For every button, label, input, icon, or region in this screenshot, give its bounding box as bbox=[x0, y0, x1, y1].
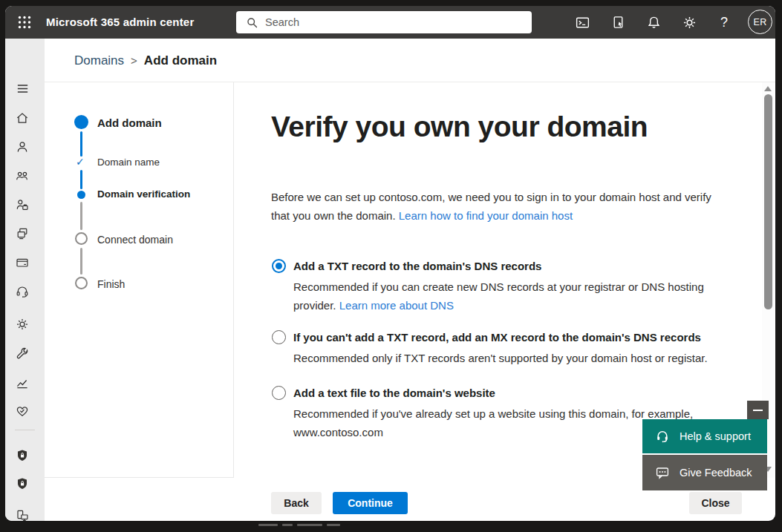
breadcrumb-current: Add domain bbox=[144, 53, 217, 68]
find-domain-host-link[interactable]: Learn how to find your domain host bbox=[399, 209, 573, 222]
learn-more-dns-link[interactable]: Learn more about DNS bbox=[339, 299, 454, 312]
option-label[interactable]: If you can't add a TXT record, add an MX… bbox=[293, 330, 732, 345]
health-icon[interactable] bbox=[13, 401, 32, 421]
notifications-icon[interactable] bbox=[642, 10, 665, 34]
option-mx-record: If you can't add a TXT record, add an MX… bbox=[272, 330, 732, 367]
scrollbar-thumb[interactable] bbox=[764, 94, 772, 309]
help-icon[interactable]: ? bbox=[712, 10, 736, 34]
security-icon[interactable] bbox=[13, 446, 32, 465]
teams-icon[interactable] bbox=[13, 166, 32, 185]
breadcrumb: Domains > Add domain bbox=[74, 53, 217, 68]
breadcrumb-separator: > bbox=[131, 54, 137, 67]
reports-icon[interactable] bbox=[13, 373, 32, 393]
app-window: Microsoft 365 admin center bbox=[5, 6, 775, 521]
step-label-connect-domain[interactable]: Connect domain bbox=[97, 234, 173, 246]
breadcrumb-domains[interactable]: Domains bbox=[74, 53, 124, 68]
setup-icon[interactable] bbox=[13, 344, 32, 364]
back-button[interactable]: Back bbox=[271, 492, 322, 514]
search-icon bbox=[246, 16, 258, 29]
send-feedback-icon[interactable] bbox=[606, 10, 630, 34]
search-box bbox=[236, 11, 532, 33]
step-label-add-domain[interactable]: Add domain bbox=[97, 116, 162, 129]
continue-button[interactable]: Continue bbox=[333, 492, 408, 514]
avatar-initials: ER bbox=[754, 17, 767, 27]
help-support-button[interactable]: Help & support bbox=[642, 419, 767, 453]
give-feedback-button[interactable]: Give Feedback bbox=[642, 455, 767, 490]
app-launcher-icon[interactable] bbox=[11, 9, 38, 36]
option-txt-record: Add a TXT record to the domain's DNS rec… bbox=[272, 259, 732, 315]
scroll-up-arrow-icon[interactable] bbox=[764, 86, 772, 91]
help-support-label: Help & support bbox=[680, 430, 751, 442]
users-icon[interactable] bbox=[13, 137, 32, 157]
radio-txt-record[interactable] bbox=[272, 259, 286, 273]
home-icon[interactable] bbox=[13, 108, 32, 128]
give-feedback-label: Give Feedback bbox=[680, 467, 752, 479]
account-avatar[interactable]: ER bbox=[748, 10, 772, 34]
step-connector bbox=[80, 248, 82, 275]
intro-text: Before we can set up contoso.com, we nee… bbox=[271, 188, 717, 225]
option-description: Recommended only if TXT records aren't s… bbox=[293, 349, 739, 367]
settings-icon[interactable] bbox=[677, 10, 701, 34]
settings-icon[interactable] bbox=[13, 315, 32, 334]
step-label-domain-verification[interactable]: Domain verification bbox=[97, 188, 190, 200]
option-label[interactable]: Add a TXT record to the domain's DNS rec… bbox=[293, 259, 732, 274]
step-label-finish[interactable]: Finish bbox=[97, 278, 125, 290]
close-button[interactable]: Close bbox=[689, 492, 742, 514]
option-label[interactable]: Add a text file to the domain's website bbox=[293, 386, 732, 401]
wizard-steps-panel: ✓ Add domain Domain name Domain verifica… bbox=[45, 82, 234, 478]
top-app-bar: Microsoft 365 admin center bbox=[5, 6, 775, 39]
roles-icon[interactable] bbox=[13, 195, 32, 214]
background-window-remnant bbox=[258, 524, 340, 526]
step-label-domain-name[interactable]: Domain name bbox=[97, 157, 160, 168]
compliance-icon[interactable] bbox=[13, 474, 32, 493]
left-nav-rail bbox=[5, 39, 45, 521]
app-title[interactable]: Microsoft 365 admin center bbox=[46, 6, 194, 39]
minimize-help-button[interactable] bbox=[747, 401, 769, 419]
waffle-grid-icon bbox=[17, 15, 32, 30]
endpoint-manager-icon[interactable] bbox=[13, 506, 32, 521]
step-bullet-finish bbox=[75, 277, 88, 289]
radio-mx-record[interactable] bbox=[272, 330, 286, 344]
step-bullet-add-domain bbox=[74, 115, 88, 129]
cloud-shell-icon[interactable] bbox=[570, 10, 594, 34]
menu-icon[interactable] bbox=[13, 79, 32, 98]
step-bullet-domain-verification bbox=[77, 191, 85, 199]
page-header: Domains > Add domain bbox=[45, 39, 775, 82]
page-title: Verify you own your domain bbox=[271, 111, 648, 143]
option-description: Recommended if you can create new DNS re… bbox=[293, 278, 709, 315]
search-input[interactable] bbox=[265, 16, 510, 28]
support-icon[interactable] bbox=[13, 282, 32, 301]
radio-text-file[interactable] bbox=[272, 386, 286, 400]
step-connector bbox=[80, 131, 82, 157]
devices-icon[interactable] bbox=[13, 224, 32, 243]
step-connector bbox=[80, 170, 82, 189]
headset-icon bbox=[655, 429, 670, 444]
billing-icon[interactable] bbox=[13, 253, 32, 272]
feedback-bubble-icon bbox=[655, 465, 670, 480]
step-connector bbox=[80, 202, 82, 230]
step-bullet-connect-domain bbox=[75, 232, 88, 245]
question-mark-glyph: ? bbox=[720, 15, 728, 30]
nav-divider bbox=[15, 430, 35, 430]
minus-icon bbox=[753, 410, 763, 411]
step-check-domain-name: ✓ bbox=[76, 156, 85, 168]
